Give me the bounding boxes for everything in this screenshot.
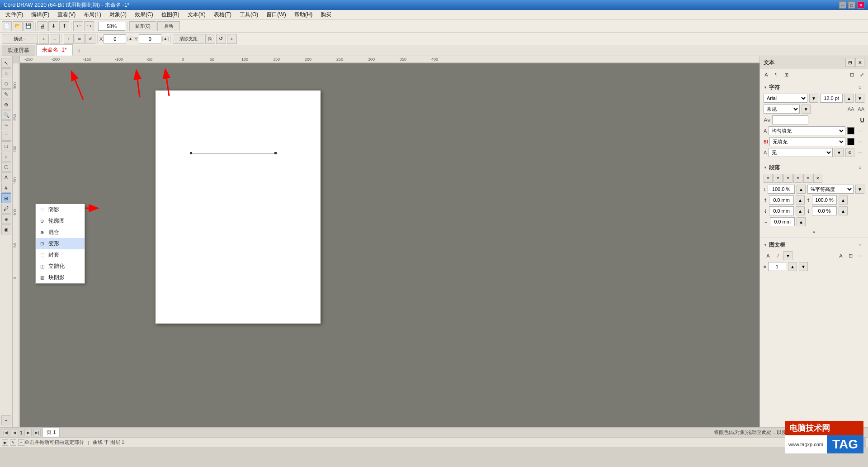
- clear-distort-button[interactable]: 清除支距: [173, 34, 204, 44]
- before-para-up[interactable]: ▲: [796, 195, 805, 205]
- ctx-blend[interactable]: ⊕ 混合: [36, 227, 85, 238]
- outline-color-swatch[interactable]: [847, 138, 854, 145]
- frame-section-header[interactable]: ▼ 图文框 ○: [762, 239, 866, 250]
- font-name-dropdown[interactable]: Arial: [764, 94, 807, 103]
- canvas-wrapper[interactable]: -250 -200 -150 -100 -50 0 50 100 150 200…: [13, 56, 760, 427]
- x-field[interactable]: [104, 34, 126, 43]
- eyedropper-tool[interactable]: 🖍: [1, 204, 11, 214]
- node-tool[interactable]: ⬡: [1, 79, 11, 89]
- font-size-down[interactable]: ▼: [855, 94, 864, 103]
- line-spacing-field[interactable]: [768, 185, 795, 194]
- refresh-button[interactable]: ↺: [216, 34, 226, 44]
- print-button[interactable]: 🖨: [38, 21, 47, 31]
- paragraph-icon[interactable]: ¶: [772, 70, 781, 79]
- close-button[interactable]: ✕: [857, 1, 864, 9]
- font-style-dropdown[interactable]: 常规: [764, 105, 800, 114]
- import-button[interactable]: ⬇: [48, 21, 58, 31]
- align-left-button[interactable]: ≡: [764, 174, 773, 183]
- indent-field[interactable]: [770, 217, 795, 226]
- page-next-button[interactable]: ▶: [24, 429, 32, 436]
- frame-fill-icon[interactable]: A: [764, 251, 773, 260]
- ctx-extrude[interactable]: ◫ 立體化: [36, 261, 85, 272]
- curve-tool[interactable]: 〜: [1, 120, 11, 130]
- align-right-button[interactable]: ≡: [783, 174, 793, 183]
- page-last-button[interactable]: ▶|: [33, 429, 41, 436]
- interactive-fill-tool[interactable]: ◈: [1, 214, 11, 224]
- zoom-tool[interactable]: 🔍: [1, 110, 11, 120]
- line-handle-right[interactable]: [274, 152, 277, 154]
- page-prev-button[interactable]: ◀: [11, 429, 18, 436]
- font-icon[interactable]: A: [762, 70, 771, 79]
- fill-color-swatch[interactable]: [847, 127, 854, 134]
- ctx-shadow[interactable]: □ 阴影: [36, 204, 85, 215]
- smart-draw-tool[interactable]: ⌒: [1, 131, 11, 141]
- font-style-dropdown-arrow[interactable]: ▼: [802, 105, 811, 114]
- open-button[interactable]: 📂: [13, 21, 23, 31]
- font-size-up[interactable]: ▲: [844, 94, 854, 103]
- font-dropdown-arrow[interactable]: ▼: [809, 94, 818, 103]
- char-style-dropdown-arrow[interactable]: ▼: [835, 148, 844, 157]
- tab-add-button[interactable]: +: [74, 46, 85, 56]
- before-para-field[interactable]: [769, 195, 794, 205]
- text-tool[interactable]: A: [1, 172, 11, 182]
- document-canvas[interactable]: [156, 91, 321, 324]
- menu-text[interactable]: 文本(X): [184, 10, 209, 19]
- add-button2[interactable]: +: [227, 34, 237, 44]
- panel-settings-icon[interactable]: ⊡: [847, 70, 856, 79]
- paragraph-section-settings[interactable]: ○: [855, 163, 864, 172]
- frame-line-icon[interactable]: /: [774, 251, 783, 260]
- ctx-distort[interactable]: ⊡ 变形: [36, 238, 85, 249]
- freehand-tool[interactable]: ✎: [1, 89, 11, 99]
- tab-document[interactable]: 未命名 -1*: [36, 44, 73, 56]
- align-justify-button[interactable]: ≡: [793, 174, 802, 183]
- char-style-dropdown[interactable]: 无: [769, 148, 833, 157]
- menu-view[interactable]: 查看(V): [54, 10, 79, 19]
- frame-color-picker[interactable]: ▼: [783, 251, 793, 260]
- line-spacing-up[interactable]: ▲: [797, 185, 806, 194]
- select-tool[interactable]: ↖: [1, 58, 11, 68]
- crop-tool[interactable]: ⊕: [1, 100, 11, 110]
- zoom-field[interactable]: [98, 22, 125, 31]
- menu-edit[interactable]: 编辑(E): [28, 10, 53, 19]
- menu-effects[interactable]: 效果(C): [131, 10, 157, 19]
- align-center-button[interactable]: ≡: [774, 174, 783, 183]
- frame-more-button[interactable]: ···: [856, 253, 864, 259]
- curve-button[interactable]: ~: [18, 439, 24, 446]
- frame-section-settings[interactable]: ○: [855, 240, 864, 249]
- polygon-tool[interactable]: ⬡: [1, 162, 11, 172]
- line-spacing-unit-arrow[interactable]: ▼: [855, 185, 864, 194]
- remove-preset-button[interactable]: −: [50, 34, 60, 44]
- frame-count-down[interactable]: ▼: [799, 262, 808, 271]
- panel-expand-icon[interactable]: ⤢: [857, 70, 866, 79]
- menu-help[interactable]: 帮助(H): [291, 10, 316, 19]
- font-section-settings[interactable]: ○: [855, 83, 864, 92]
- x-stepper-up[interactable]: ▲: [127, 37, 133, 41]
- outline-type-dropdown[interactable]: 无填充: [769, 137, 845, 146]
- start-button[interactable]: 启动: [157, 21, 180, 31]
- fill-type-dropdown[interactable]: 均匀填充: [769, 126, 845, 135]
- kern-field[interactable]: [772, 115, 808, 124]
- after-para-up[interactable]: ▲: [796, 206, 805, 215]
- twister-button[interactable]: ↺: [85, 34, 95, 44]
- rectangle-tool[interactable]: □: [1, 141, 11, 151]
- outline-more-button[interactable]: ···: [856, 138, 864, 145]
- menu-window[interactable]: 窗口(W): [263, 10, 289, 19]
- menu-file[interactable]: 文件(F): [2, 10, 27, 19]
- preview-button[interactable]: ▶: [2, 439, 8, 446]
- indent-up[interactable]: ▲: [797, 217, 806, 226]
- frame-icon[interactable]: ⊞: [782, 70, 791, 79]
- snap-button[interactable]: 贴齐(C): [129, 21, 156, 31]
- home-tool[interactable]: ⌂: [1, 68, 11, 78]
- smart-fill-tool[interactable]: ◉: [1, 224, 11, 234]
- align-none-button[interactable]: ✕: [813, 174, 822, 183]
- menu-tools[interactable]: 工具(O): [236, 10, 262, 19]
- line-spacing-unit-dropdown[interactable]: %字符高度: [807, 185, 854, 194]
- font-section-header[interactable]: ▼ 字符 ○: [762, 82, 866, 93]
- frame-resize-icon[interactable]: ⊡: [846, 251, 855, 260]
- fill-more-button[interactable]: ···: [856, 128, 864, 134]
- undo-button[interactable]: ↩: [73, 21, 83, 31]
- canvas-area[interactable]: □ 阴影 ⊙ 轮廓图 ⊕ 混合 ⊡ 变形 ⬚ 封套: [20, 63, 760, 427]
- ellipse-tool[interactable]: ○: [1, 152, 11, 162]
- page-first-button[interactable]: |◀: [2, 429, 9, 436]
- zipper-button[interactable]: ≋: [75, 34, 85, 44]
